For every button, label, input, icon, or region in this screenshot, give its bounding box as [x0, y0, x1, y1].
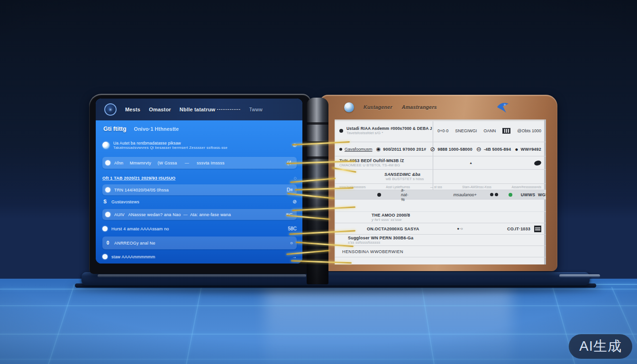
cell-title: ON.OCTA2000XG SASYA [367, 227, 419, 231]
toggle-dots-icon: ●·○ [457, 227, 463, 231]
item-line1: Ua Autet ba rentbmadatasse piksaw [113, 141, 289, 146]
table-row[interactable]: SANSEDIMC &ba wB BUSTSTET s höss [335, 170, 546, 184]
column-label: Assam/fresssssssnds [511, 185, 541, 189]
item-line1: Oft 1 TAB 2020/21 2029/93 ISUSUO [102, 176, 290, 181]
left-device: ✳ Mests Omastor Nblle tatatruw ·········… [89, 94, 311, 274]
cell-subtitle: Tavetsfostssfdet s/G * [346, 131, 418, 135]
list-item[interactable]: Hurst 4 amate AAAAssam no 58C [102, 223, 297, 234]
row-action-icon[interactable]: ○ [290, 240, 293, 246]
list-header: Gti ftittg Onivo·1 Hthnestte [103, 126, 297, 132]
cell-title: THE AMOO 2000/8 [372, 213, 410, 218]
cell-value: -4B 5005-894 [484, 147, 511, 152]
list-item[interactable]: AUIV ANassse wedan? ana Nao — Ata: anne-… [102, 209, 297, 220]
nav-item-1[interactable]: Mests [125, 107, 140, 112]
list-item[interactable]: S Gustavostews ⊘ [102, 197, 297, 207]
table-row[interactable]: HENSOBINA WWOBERWIEN [335, 246, 546, 257]
list-item[interactable]: 0 ANRREOGy anal Ne ○ [102, 237, 297, 249]
table-row[interactable]: Gavafoomusm ◉ 900/2011 97000 201# ⊘ 9888… [335, 142, 546, 156]
table-spacer-row [335, 200, 546, 212]
qr-code-icon [534, 226, 541, 232]
watermark-label: AI生成 [579, 337, 621, 356]
item-line1: staw AAAAmmmmmm [111, 255, 288, 259]
page-title: Gti ftittg [103, 126, 127, 132]
cell-value: UWWS [521, 192, 535, 197]
nav-item-3[interactable]: Nblle tatatruw ············· [180, 107, 241, 112]
table-row[interactable]: ON.OCTA2000XG SASYA ●·○ CO.IT·1033 [335, 223, 546, 235]
scene: ✳ Mests Omastor Nblle tatatruw ·········… [0, 0, 637, 364]
cell-value: @Obts 1000 [517, 128, 541, 133]
dot-bullet-icon [102, 254, 108, 259]
cell-title: HENSOBINA WWOBERWIEN [342, 249, 403, 254]
item-line1: Hurst 4 amate AAAAssam no [111, 227, 284, 231]
bird-icon [496, 101, 510, 114]
item-line2: Takatmssadsvwvres Qi besasser bermsert Z… [113, 146, 289, 150]
dot-bullet-icon [102, 226, 108, 231]
floor-grid-line [0, 305, 637, 306]
list-item[interactable]: TRN 144/4020/04/05 0hssa D≡ [102, 184, 297, 195]
document-panel: Ustadi RIAA Asdemm #000s7000 & DEBA J Ta… [335, 119, 546, 264]
filled-circle-icon: ● [515, 146, 518, 152]
cell-title: Ustadi RIAA Asdemm #000s7000 & DEBA J [346, 126, 418, 131]
table-row[interactable]: Tu% 6053 BEDf Ouftif-MN3B /Z OMAOMEEE U … [335, 156, 546, 170]
zero-bullet-icon: 0 [105, 240, 110, 246]
double-dot-icon [490, 193, 498, 196]
triangle-marker: ▲ [469, 161, 473, 164]
list-item[interactable]: staw AAAAmmmmmm → [102, 252, 297, 262]
cell-title: Suggloser WN PERN 300B6-Ga [348, 236, 413, 240]
globe-icon: ◉ [376, 146, 381, 152]
dot-icon [339, 148, 342, 151]
paw-icon [339, 129, 343, 133]
globe-logo-icon[interactable] [344, 102, 354, 112]
left-screen: ✳ Mests Omastor Nblle tatatruw ·········… [96, 99, 302, 264]
spine-ring [307, 156, 328, 159]
list-item[interactable]: Oft 1 TAB 2020/21 2029/93 ISUSUO ◌ [102, 173, 297, 183]
ai-generated-watermark: AI生成 [569, 334, 632, 359]
nav-item-1[interactable]: Kustagener [364, 104, 392, 110]
base-metal-strip [98, 274, 306, 277]
list-item[interactable]: Ua Autet ba rentbmadatasse piksaw Takatm… [102, 136, 297, 154]
row-action-icon[interactable]: D≡ [287, 187, 293, 192]
column-label: Stam-AMStrssc-Ksss [462, 185, 491, 189]
left-list-panel: Gti ftittg Onivo·1 Hthnestte Ua Autet ba… [96, 120, 302, 264]
dot-icon [377, 193, 381, 197]
floor-grid-line [0, 359, 637, 360]
cell-subtitle: OMAOMEEE U BTBTOL TS-4M BG [339, 163, 404, 167]
ink-blob-icon [534, 160, 542, 166]
globe-bullet-icon [102, 142, 109, 149]
hinge-spine [307, 98, 328, 284]
table-row[interactable]: Ustadi RIAA Asdemm #000s7000 & DEBA J Ta… [335, 119, 546, 142]
cell-value[interactable]: Gavafoomusm [345, 147, 373, 152]
list-item[interactable]: Afnn Mmwmrvty (W Gsssa — sssvta Imssss (… [102, 157, 297, 169]
cell-value: WW#9492 [521, 147, 541, 152]
row-action-icon[interactable]: ⊘ [293, 199, 297, 204]
arrow-right-icon[interactable]: → [292, 254, 297, 259]
green-status-dot [509, 193, 512, 197]
cell-value: CO.IT·1033 [507, 227, 530, 231]
cell-subtitle: wB BUSTSTET s höss [386, 177, 424, 181]
table-row[interactable]: THE AMOO 2000/8 y fw't ssss' ss'ssw [335, 212, 546, 223]
nav-item-2[interactable]: Omastor [149, 107, 171, 112]
device-base [82, 272, 590, 285]
row-action-icon[interactable]: 58C [288, 226, 297, 231]
cell-value: 9888 1000-58000 [437, 147, 473, 152]
item-line1: Afnn Mmwmrvty (W Gsssa — sssvta Imssss [114, 161, 283, 165]
base-metal-strip [559, 274, 600, 277]
row-action-icon[interactable]: ◌ [294, 175, 297, 181]
table-row[interactable]: Suggloser WN PERN 300B6-Ga s'ss ssfssssf… [335, 235, 546, 246]
cell-value: 900/2011 97000 201# [383, 147, 426, 152]
app-logo-icon[interactable]: ✳ [104, 103, 117, 116]
nav-item-4[interactable]: Twww [249, 107, 263, 112]
left-top-nav: ✳ Mests Omastor Nblle tatatruw ·········… [96, 99, 302, 120]
item-line1: ANRREOGy anal Ne [114, 241, 286, 246]
nav-item-2[interactable]: Amastrangers [402, 104, 437, 110]
minus-circle-icon: ⊖ [476, 146, 482, 152]
cell-value: SNEGIWGI [455, 128, 477, 133]
item-line1: TRN 144/4020/04/05 0hssa [114, 188, 283, 192]
slash-circle-icon: ⊘ [430, 146, 435, 152]
cell-title: SANSEDIMC &ba [384, 172, 420, 177]
column-label: — st sss [430, 185, 442, 189]
item-line1: Gustavostews [111, 200, 289, 204]
table-header-row: www.hystsssssssrs Asst Lystefhumss — st … [335, 184, 546, 190]
table-row[interactable]: a-nat-% msaulanoo+ UWWS WGfpssfasss [335, 190, 546, 200]
cell-subtitle: y fw't ssss' ss'ssw [372, 218, 401, 222]
